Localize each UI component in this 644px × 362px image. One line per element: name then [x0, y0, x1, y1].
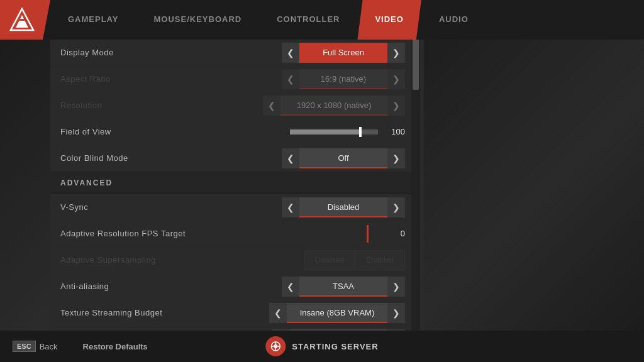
- bottom-bar: ESC Back Restore Defaults STARTING SERVE…: [0, 331, 644, 362]
- display-mode-next[interactable]: ❯: [387, 43, 405, 63]
- texture-budget-next[interactable]: ❯: [387, 303, 405, 323]
- texture-budget-control: ❮ Insane (8GB VRAM) ❯: [269, 303, 405, 323]
- display-mode-control: ❮ Full Screen ❯: [282, 43, 405, 63]
- color-blind-control: ❮ Off ❯: [282, 148, 405, 168]
- resolution-value: 1920 x 1080 (native): [280, 96, 387, 116]
- scrollbar[interactable]: [411, 40, 420, 362]
- tab-mouse-keyboard[interactable]: MOUSE/KEYBOARD: [136, 0, 259, 40]
- setting-adaptive-super: Adaptive Supersampling Disabled Enabled: [50, 247, 415, 273]
- fov-control: 100: [290, 127, 405, 136]
- fov-value: 100: [383, 127, 405, 136]
- back-button[interactable]: ESC Back: [0, 341, 70, 352]
- anti-aliasing-value: TSAA: [299, 277, 387, 297]
- logo: [0, 0, 50, 40]
- nav-tabs: GAMEPLAY MOUSE/KEYBOARD CONTROLLER VIDEO…: [50, 0, 644, 40]
- setting-adaptive-res: Adaptive Resolution FPS Target 0: [50, 221, 415, 247]
- color-blind-next[interactable]: ❯: [387, 148, 405, 168]
- aspect-ratio-control: ❮ 16:9 (native) ❯: [282, 69, 405, 89]
- vsync-prev[interactable]: ❮: [282, 197, 299, 217]
- vsync-value: Disabled: [299, 197, 387, 217]
- vsync-next[interactable]: ❯: [387, 197, 405, 217]
- adaptive-res-value: 0: [374, 229, 405, 238]
- vsync-label: V-Sync: [60, 202, 282, 212]
- server-icon: [265, 336, 286, 356]
- texture-budget-value: Insane (8GB VRAM): [287, 303, 387, 323]
- setting-aspect-ratio: Aspect Ratio ❮ 16:9 (native) ❯: [50, 66, 415, 92]
- display-mode-value: Full Screen: [299, 43, 387, 63]
- display-mode-prev[interactable]: ❮: [282, 43, 299, 63]
- setting-color-blind: Color Blind Mode ❮ Off ❯: [50, 145, 415, 172]
- texture-budget-prev[interactable]: ❮: [269, 303, 287, 323]
- anti-aliasing-control: ❮ TSAA ❯: [282, 277, 405, 297]
- top-navigation: GAMEPLAY MOUSE/KEYBOARD CONTROLLER VIDEO…: [0, 0, 644, 40]
- texture-budget-label: Texture Streaming Budget: [60, 308, 269, 317]
- tab-gameplay[interactable]: GAMEPLAY: [50, 0, 136, 40]
- fov-slider[interactable]: [290, 129, 378, 134]
- adaptive-super-disabled: Disabled: [304, 250, 355, 270]
- setting-display-mode: Display Mode ❮ Full Screen ❯: [50, 40, 415, 66]
- scrollbar-thumb[interactable]: [413, 40, 419, 90]
- setting-vsync: V-Sync ❮ Disabled ❯: [50, 194, 415, 221]
- svg-point-4: [274, 344, 277, 348]
- back-label: Back: [40, 342, 58, 351]
- color-blind-label: Color Blind Mode: [60, 153, 282, 163]
- tab-audio[interactable]: AUDIO: [421, 0, 486, 40]
- adaptive-res-control: 0: [367, 225, 405, 243]
- resolution-prev: ❮: [263, 96, 280, 116]
- tab-controller[interactable]: CONTROLLER: [259, 0, 357, 40]
- svg-rect-2: [19, 19, 25, 21]
- advanced-label: ADVANCED: [60, 178, 113, 187]
- adaptive-super-control: Disabled Enabled: [304, 250, 405, 270]
- aspect-ratio-prev: ❮: [282, 69, 299, 89]
- setting-fov: Field of View 100: [50, 119, 415, 145]
- server-indicator: STARTING SERVER: [265, 336, 378, 356]
- aspect-ratio-next: ❯: [387, 69, 405, 89]
- tab-video[interactable]: VIDEO: [357, 0, 421, 40]
- color-blind-value: Off: [299, 148, 387, 168]
- advanced-section-header: ADVANCED: [50, 172, 415, 194]
- display-mode-label: Display Mode: [60, 48, 282, 57]
- settings-list: Display Mode ❮ Full Screen ❯ Aspect Rati…: [50, 40, 415, 362]
- resolution-control: ❮ 1920 x 1080 (native) ❯: [263, 96, 405, 116]
- setting-texture-budget: Texture Streaming Budget ❮ Insane (8GB V…: [50, 300, 415, 326]
- adaptive-res-bar: [367, 225, 369, 243]
- vsync-control: ❮ Disabled ❯: [282, 197, 405, 217]
- anti-aliasing-label: Anti-aliasing: [60, 282, 282, 291]
- server-text: STARTING SERVER: [292, 342, 378, 351]
- esc-badge: ESC: [13, 341, 36, 352]
- adaptive-res-label: Adaptive Resolution FPS Target: [60, 229, 367, 238]
- aspect-ratio-label: Aspect Ratio: [60, 74, 282, 84]
- adaptive-super-label: Adaptive Supersampling: [60, 255, 304, 265]
- anti-aliasing-next[interactable]: ❯: [387, 277, 405, 297]
- aspect-ratio-value: 16:9 (native): [299, 69, 387, 89]
- resolution-next: ❯: [387, 96, 405, 116]
- color-blind-prev[interactable]: ❮: [282, 148, 299, 168]
- setting-anti-aliasing: Anti-aliasing ❮ TSAA ❯: [50, 273, 415, 300]
- settings-content: Display Mode ❮ Full Screen ❯ Aspect Rati…: [50, 40, 415, 362]
- fov-label: Field of View: [60, 127, 290, 136]
- anti-aliasing-prev[interactable]: ❮: [282, 277, 299, 297]
- setting-resolution: Resolution ❮ 1920 x 1080 (native) ❯: [50, 92, 415, 119]
- restore-defaults-button[interactable]: Restore Defaults: [83, 342, 148, 351]
- adaptive-super-enabled: Enabled: [355, 250, 405, 270]
- resolution-label: Resolution: [60, 101, 263, 110]
